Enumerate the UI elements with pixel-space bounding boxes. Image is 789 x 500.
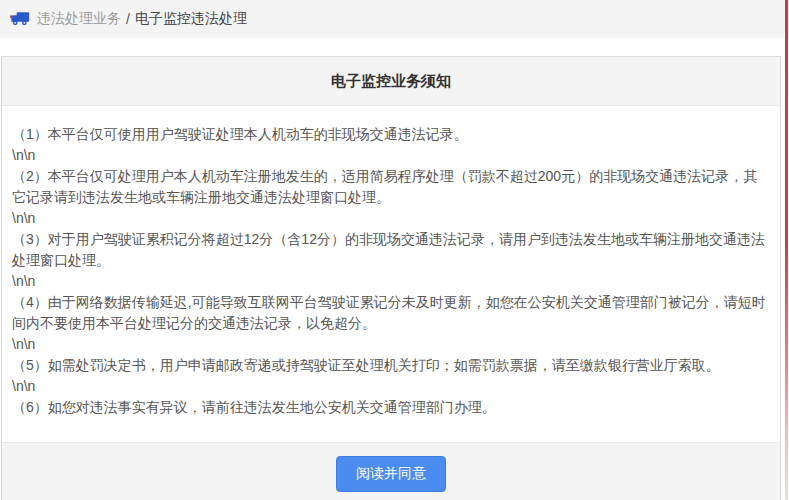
breadcrumb-section[interactable]: 违法处理业务 [37,10,121,28]
breadcrumb: 违法处理业务 / 电子监控违法处理 [0,0,789,38]
notice-line: （6）如您对违法事实有异议，请前往违法发生地公安机关交通管理部门办理。 [12,397,766,418]
notice-line: （1）本平台仅可使用用户驾驶证处理本人机动车的非现场交通违法记录。 [12,124,766,145]
notice-line: （4）由于网络数据传输延迟,可能导致互联网平台驾驶证累记分未及时更新，如您在公安… [12,292,766,334]
notice-footer: 阅读并同意 [2,442,780,500]
notice-line: \n\n [12,376,766,397]
notice-line: \n\n [12,145,766,166]
breadcrumb-current: 电子监控违法处理 [135,10,247,28]
breadcrumb-separator: / [126,11,130,27]
notice-title: 电子监控业务须知 [2,57,780,106]
notice-line: （2）本平台仅可处理用户本人机动车注册地发生的，适用简易程序处理（罚款不超过20… [12,166,766,208]
notice-card: 电子监控业务须知 （1）本平台仅可使用用户驾驶证处理本人机动车的非现场交通违法记… [1,56,781,500]
notice-body: （1）本平台仅可使用用户驾驶证处理本人机动车的非现场交通违法记录。\n\n（2）… [2,106,780,442]
scrollbar[interactable] [785,0,788,500]
agree-button[interactable]: 阅读并同意 [336,456,446,492]
notice-line: \n\n [12,208,766,229]
page: 违法处理业务 / 电子监控违法处理 电子监控业务须知 （1）本平台仅可使用用户驾… [0,0,789,500]
notice-line: （3）对于用户驾驶证累积记分将超过12分（含12分）的非现场交通违法记录，请用户… [12,229,766,271]
notice-line: \n\n [12,271,766,292]
notice-line: \n\n [12,334,766,355]
notice-line: （5）如需处罚决定书，用户申请邮政寄递或持驾驶证至处理机关打印；如需罚款票据，请… [12,355,766,376]
truck-icon [10,11,30,27]
